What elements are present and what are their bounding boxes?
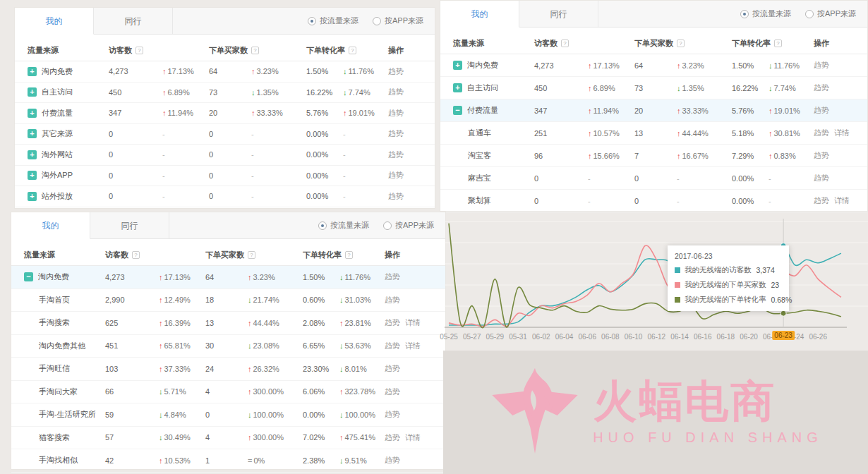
collapse-icon[interactable]: − bbox=[453, 106, 462, 115]
change-conversion-rate: - bbox=[343, 171, 388, 180]
help-icon[interactable]: ? bbox=[345, 251, 353, 259]
source-label: 淘外APP bbox=[42, 170, 73, 181]
change-visitors: ↑11.94% bbox=[588, 107, 634, 115]
source-name-cell: 手淘首页 bbox=[24, 295, 105, 305]
help-icon[interactable]: ? bbox=[132, 251, 140, 259]
tab-peers[interactable]: 同行 bbox=[94, 8, 173, 34]
radio-by-app-source[interactable]: 按APP来源 bbox=[383, 220, 434, 231]
radio-by-traffic-source[interactable]: 按流量来源 bbox=[318, 220, 369, 231]
table-row: 直通车251↑10.57%13↑44.44%5.18%↑30.81%趋势详情 bbox=[440, 122, 867, 145]
expand-icon[interactable]: + bbox=[28, 192, 37, 201]
trend-link[interactable]: 趋势 bbox=[814, 173, 829, 183]
radio-by-traffic-source[interactable]: 按流量来源 bbox=[740, 8, 791, 19]
trend-link[interactable]: 趋势 bbox=[388, 87, 404, 97]
trend-link[interactable]: 趋势 bbox=[388, 128, 404, 139]
up-arrow-icon: ↑ bbox=[768, 152, 773, 160]
trend-link[interactable]: 趋势 bbox=[388, 66, 404, 77]
tab-peers[interactable]: 同行 bbox=[519, 1, 598, 27]
trend-link[interactable]: 趋势 bbox=[814, 128, 829, 138]
visitors-value: 251 bbox=[534, 129, 588, 138]
expand-icon[interactable]: + bbox=[453, 83, 462, 92]
trend-link[interactable]: 趋势 bbox=[385, 455, 400, 466]
help-icon[interactable]: ? bbox=[251, 47, 259, 54]
trend-link[interactable]: 趋势 bbox=[814, 195, 829, 206]
expand-icon[interactable]: + bbox=[28, 129, 37, 138]
radio-unselected-icon bbox=[383, 221, 392, 230]
trend-link[interactable]: 趋势 bbox=[814, 83, 829, 93]
expand-icon[interactable]: + bbox=[28, 150, 37, 159]
tab-mine[interactable]: 我的 bbox=[11, 212, 90, 239]
trend-chart-canvas bbox=[445, 213, 868, 351]
trend-link[interactable]: 趋势 bbox=[385, 409, 400, 420]
expand-icon[interactable]: + bbox=[28, 87, 37, 97]
marker-dot bbox=[780, 310, 786, 316]
trend-link[interactable]: 趋势 bbox=[385, 272, 400, 282]
help-icon[interactable]: ? bbox=[135, 47, 143, 54]
change-conversion-rate: ↑323.78% bbox=[339, 387, 385, 396]
trend-link[interactable]: 趋势 bbox=[388, 191, 404, 202]
help-icon[interactable]: ? bbox=[774, 40, 782, 47]
trend-link[interactable]: 趋势 bbox=[385, 387, 400, 397]
table-header-row: 流量来源访客数?下单买家数?下单转化率?操作 bbox=[15, 40, 435, 61]
expand-icon[interactable]: + bbox=[453, 61, 462, 70]
column-header-actions: 操作 bbox=[388, 45, 422, 56]
help-icon[interactable]: ? bbox=[677, 40, 685, 47]
trend-link[interactable]: 趋势 bbox=[814, 105, 829, 116]
table-row: 手淘旺信103↑37.33%24↑26.32%23.30%↓8.01%趋势 bbox=[11, 358, 445, 381]
radio-label: 按流量来源 bbox=[752, 8, 791, 19]
trend-link[interactable]: 趋势 bbox=[385, 317, 400, 328]
trend-link[interactable]: 趋势 bbox=[388, 150, 404, 160]
change-conversion-rate: - bbox=[343, 192, 388, 200]
trend-link[interactable]: 趋势 bbox=[388, 170, 404, 181]
visitors-value: 0 bbox=[109, 171, 162, 180]
change-value: 11.94% bbox=[168, 109, 194, 117]
detail-link[interactable]: 详情 bbox=[405, 317, 421, 328]
change-buyers: - bbox=[251, 150, 306, 159]
no-change-dash: - bbox=[251, 130, 254, 138]
collapse-icon[interactable]: − bbox=[24, 272, 33, 281]
radio-by-traffic-source[interactable]: 按流量来源 bbox=[308, 16, 358, 26]
detail-link[interactable]: 详情 bbox=[834, 128, 850, 138]
no-change-dash: - bbox=[343, 171, 346, 180]
tab-peers[interactable]: 同行 bbox=[90, 212, 169, 238]
trend-link[interactable]: 趋势 bbox=[385, 363, 400, 374]
bat-flame-logo-icon bbox=[488, 366, 581, 459]
radio-by-app-source[interactable]: 按APP来源 bbox=[373, 16, 423, 26]
column-header-visitors: 访客数? bbox=[109, 45, 209, 56]
expand-icon[interactable]: + bbox=[28, 67, 37, 76]
help-icon[interactable]: ? bbox=[248, 251, 255, 259]
trend-link[interactable]: 趋势 bbox=[385, 432, 400, 443]
help-icon[interactable]: ? bbox=[349, 47, 356, 54]
trend-link[interactable]: 趋势 bbox=[388, 108, 404, 119]
expand-icon[interactable]: + bbox=[28, 109, 37, 118]
radio-unselected-icon bbox=[805, 10, 814, 18]
up-arrow-icon: ↑ bbox=[677, 129, 681, 138]
trend-link[interactable]: 趋势 bbox=[814, 150, 829, 161]
change-conversion-rate: ↓11.76% bbox=[768, 61, 814, 70]
conversion-rate-value: 0.60% bbox=[303, 296, 339, 304]
source-label: 手淘旺信 bbox=[39, 363, 70, 374]
legend-square-icon bbox=[675, 297, 680, 303]
detail-link[interactable]: 详情 bbox=[405, 432, 421, 443]
change-conversion-rate: ↓11.76% bbox=[339, 273, 385, 281]
up-arrow-icon: ↑ bbox=[588, 61, 592, 70]
tab-mine[interactable]: 我的 bbox=[15, 8, 94, 35]
help-icon[interactable]: ? bbox=[561, 40, 569, 47]
row-actions: 趋势 bbox=[388, 191, 422, 202]
radio-selected-icon bbox=[740, 10, 749, 18]
trend-link[interactable]: 趋势 bbox=[385, 341, 400, 351]
change-value: 44.44% bbox=[253, 319, 279, 327]
radio-by-app-source[interactable]: 按APP来源 bbox=[805, 8, 856, 19]
source-label: 淘宝客 bbox=[468, 150, 491, 161]
source-label: 淘外网站 bbox=[42, 150, 73, 160]
trend-link[interactable]: 趋势 bbox=[385, 295, 400, 305]
column-header-source: 流量来源 bbox=[28, 45, 109, 56]
radio-label: 按APP来源 bbox=[395, 220, 434, 231]
visitors-value: 0 bbox=[109, 150, 162, 159]
expand-icon[interactable]: + bbox=[28, 171, 37, 180]
trend-link[interactable]: 趋势 bbox=[814, 60, 829, 71]
tab-mine[interactable]: 我的 bbox=[440, 1, 519, 28]
visitors-value: 42 bbox=[105, 456, 159, 465]
detail-link[interactable]: 详情 bbox=[405, 341, 421, 351]
detail-link[interactable]: 详情 bbox=[834, 195, 850, 206]
